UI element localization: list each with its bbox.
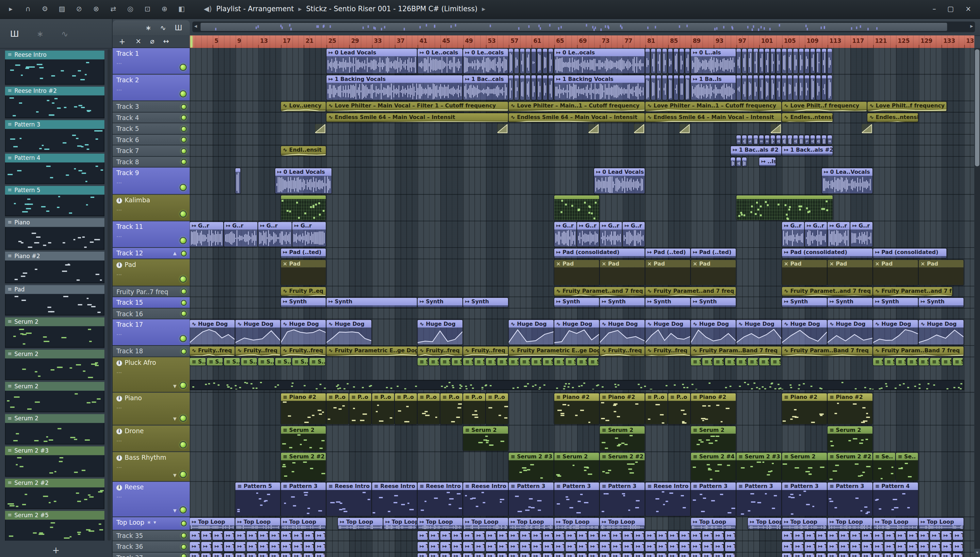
clip[interactable] — [679, 49, 684, 73]
mute-led[interactable] — [180, 441, 186, 448]
clip[interactable] — [782, 75, 786, 100]
clip[interactable]: ↦ T..) — [691, 542, 701, 551]
pattern-item[interactable]: ≡Serum 2 — [5, 382, 105, 412]
clip[interactable]: ≡ Piano #2 — [600, 393, 645, 424]
clip[interactable]: ↦ T..) — [565, 553, 576, 557]
clip[interactable]: ↦ T..) — [292, 553, 302, 557]
clip[interactable]: ∿ Fruity..freq — [645, 347, 690, 356]
clip[interactable]: ∿ Love Philter – Main Vocal – Filter 1 –… — [326, 102, 508, 111]
clip[interactable]: ↦ T..) — [645, 531, 655, 540]
mute-led[interactable] — [181, 115, 187, 121]
clip[interactable] — [657, 75, 661, 100]
mute-led[interactable] — [180, 276, 186, 283]
clip[interactable] — [543, 75, 547, 100]
clip[interactable]: ∿ Fruity..freq — [190, 347, 235, 356]
clip[interactable]: ≡ Serum 2 #2 — [281, 453, 326, 480]
clip[interactable]: ≡ S..2 — [207, 358, 222, 365]
clip[interactable]: ≡ S..2 — [702, 358, 712, 365]
clip[interactable]: ↦ Top Loop — [782, 518, 827, 529]
clip[interactable]: ↦ T..) — [907, 531, 917, 540]
clip[interactable]: × Pad — [828, 260, 872, 285]
collapse-arrow-icon[interactable]: ▼ — [173, 508, 176, 513]
clip[interactable]: ↦ T..) — [281, 542, 291, 551]
clip[interactable]: ↦ T..) — [281, 531, 291, 540]
clip[interactable]: ↦ Pad (consolidated) — [873, 249, 947, 258]
add-pattern-button[interactable]: + — [0, 545, 112, 555]
clip[interactable]: ↦ T..) — [634, 531, 644, 540]
clip[interactable]: ∿ Fruity Param..Band 7 freq — [873, 347, 964, 356]
clip[interactable]: ≡ Serum 2 #3 — [737, 453, 781, 480]
track-header[interactable]: Track 12▲ — [113, 248, 190, 259]
mute-led[interactable] — [180, 90, 186, 97]
clip[interactable]: ↦ T..) — [828, 542, 838, 551]
info-icon[interactable]: i — [116, 485, 122, 490]
clip[interactable]: ↦ T..) — [565, 531, 576, 540]
clip[interactable]: ↦ T..) — [645, 542, 655, 551]
arrange-tool-icon[interactable]: ∗ — [145, 24, 151, 32]
track-header[interactable]: Track 9... — [113, 168, 190, 195]
clip[interactable]: ∿ Fruity Parametric E..ge Dog – Band 7 f… — [509, 347, 599, 356]
track-icon[interactable]: ▾ — [154, 519, 156, 526]
clip[interactable] — [794, 49, 798, 73]
clip[interactable]: ↦ 0 L..als — [691, 49, 736, 73]
clip[interactable]: ↦ T..) — [213, 531, 223, 540]
monitor-icon[interactable]: ◧ — [177, 5, 186, 13]
clip[interactable] — [668, 49, 672, 73]
clip[interactable] — [788, 75, 792, 100]
pattern-item-header[interactable]: ≡Serum 2 — [5, 382, 105, 391]
clip[interactable]: ≡ Reese Intro — [463, 482, 508, 516]
track-header[interactable]: Track 36 — [113, 541, 190, 552]
clip[interactable]: ∿ Fruity P..eq — [281, 287, 326, 296]
clip[interactable]: ↦ T..) — [258, 542, 268, 551]
track-header[interactable]: Track 4 — [113, 112, 190, 124]
clip[interactable]: ↦ Top Loop — [235, 518, 280, 529]
clip[interactable] — [645, 49, 650, 73]
clip[interactable]: ↦ T..) — [668, 531, 678, 540]
clip[interactable]: ↦ T..) — [418, 531, 428, 540]
clip[interactable]: ↦ T..) — [816, 542, 826, 551]
clip[interactable]: ≡ S..2 — [224, 358, 240, 365]
mute-led[interactable] — [181, 289, 187, 295]
clip[interactable]: ↦ T..) — [930, 531, 940, 540]
clip[interactable]: ↦ T..) — [190, 531, 200, 540]
clip[interactable]: ≡ S..2 — [577, 358, 587, 365]
clip[interactable]: ↦ T..) — [691, 531, 701, 540]
clip[interactable]: ≡ P..o — [372, 393, 394, 424]
track-header[interactable]: iPad... — [113, 259, 190, 286]
clip[interactable]: ↦ Top Loop — [281, 518, 326, 529]
track-header[interactable]: Track 8 — [113, 157, 190, 168]
clip[interactable]: ∿ Huge Dog — [190, 320, 235, 345]
clip[interactable]: ↦ T..) — [930, 542, 940, 551]
scroll-right-icon[interactable]: ▸ — [970, 23, 973, 29]
clip[interactable]: ↦ Synth — [828, 298, 872, 308]
add-track-button[interactable]: + — [119, 37, 126, 46]
clip[interactable]: ∿ Huge Dog — [418, 320, 462, 345]
clip[interactable]: ↦ T..) — [270, 531, 280, 540]
clip[interactable]: ↦ T..) — [839, 553, 849, 557]
clip[interactable]: ∿ Huge Dog — [509, 320, 554, 345]
clip[interactable] — [771, 75, 775, 100]
clip[interactable] — [788, 49, 792, 73]
clip[interactable] — [730, 158, 735, 166]
clip[interactable]: ≡ S..2 — [953, 358, 963, 365]
clip[interactable]: ↦ T..) — [588, 542, 599, 551]
picker-panel-icon[interactable]: Ш — [175, 24, 182, 32]
clip[interactable]: ↦ ..ls — [759, 158, 776, 166]
info-icon[interactable]: i — [116, 197, 122, 204]
clip[interactable]: ↦ T..) — [679, 531, 690, 540]
pattern-item[interactable]: ≡Serum 2 — [5, 414, 105, 445]
clip[interactable]: ≡ Pattern 5 — [235, 482, 280, 516]
clip[interactable]: ≡ Reese Intro — [645, 482, 690, 516]
clip[interactable]: ↦ Pad (..ted) — [645, 249, 690, 258]
clip[interactable]: ∿ Fruity..freq — [281, 347, 326, 356]
clip[interactable] — [753, 49, 758, 73]
clip[interactable]: ↦ T..) — [782, 553, 792, 557]
clip[interactable]: ∿ Fruity..freq — [235, 347, 280, 356]
clip[interactable]: ≡ S..2 — [497, 358, 507, 365]
clip[interactable] — [685, 49, 690, 73]
clip[interactable]: ↦ T..) — [418, 542, 428, 551]
track-header[interactable]: Track 15 — [113, 297, 190, 308]
clip[interactable]: ≡ S..2 — [930, 358, 940, 365]
clip[interactable]: ∿ Endless Smile 64 – Main Vocal – Intens… — [326, 113, 508, 122]
clip[interactable] — [771, 49, 775, 73]
